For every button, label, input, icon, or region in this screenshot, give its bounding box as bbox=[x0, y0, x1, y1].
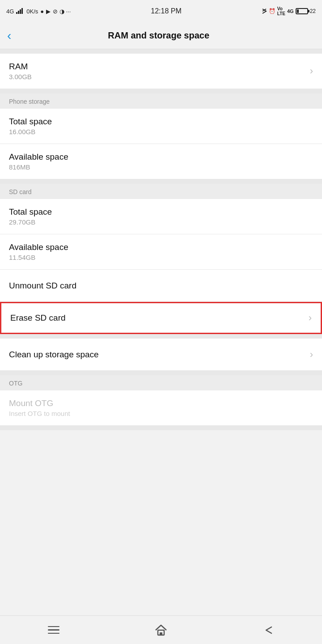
sd-total-info: Total space 29.70GB bbox=[9, 207, 52, 226]
sd-available-label: Available space bbox=[9, 242, 68, 252]
back-button[interactable]: ‹ bbox=[7, 28, 16, 44]
divider-phone bbox=[0, 89, 322, 93]
otg-mount-item: Mount OTG Insert OTG to mount bbox=[0, 390, 322, 426]
erase-label: Erase SD card bbox=[10, 313, 66, 323]
phone-storage-header: Phone storage bbox=[0, 93, 322, 109]
home-icon bbox=[155, 624, 167, 636]
divider-otg bbox=[0, 371, 322, 375]
page-title: RAM and storage space bbox=[16, 30, 301, 41]
toolbar: ‹ RAM and storage space bbox=[0, 22, 322, 49]
battery-percent: 22 bbox=[310, 8, 316, 14]
otg-header: OTG bbox=[0, 375, 322, 390]
sd-available-item[interactable]: Available space 11.54GB bbox=[0, 234, 322, 270]
network-type: 4G bbox=[6, 8, 14, 15]
otg-mount-label: Mount OTG bbox=[9, 398, 70, 408]
phone-total-value: 16.00GB bbox=[9, 128, 52, 136]
back-nav-icon bbox=[263, 624, 274, 636]
status-bar: 4G 0K/s ● ▶ ⊘ ◑ ··· 12:18 PM ⏰ VoLTE 4G … bbox=[0, 0, 322, 22]
divider-clean bbox=[0, 334, 322, 339]
divider-bottom bbox=[0, 426, 322, 430]
divider-top bbox=[0, 49, 322, 54]
sd-available-value: 11.54GB bbox=[9, 254, 68, 261]
ram-info: RAM 3.00GB bbox=[9, 62, 32, 80]
alarm-icon: ⏰ bbox=[269, 8, 275, 14]
status-left: 4G 0K/s ● ▶ ⊘ ◑ ··· bbox=[6, 8, 71, 15]
sd-total-label: Total space bbox=[9, 207, 52, 217]
nav-home-button[interactable] bbox=[143, 619, 179, 641]
nav-back-button[interactable] bbox=[250, 619, 286, 641]
sd-card-header: SD card bbox=[0, 184, 322, 199]
svg-rect-6 bbox=[160, 632, 162, 635]
otg-mount-info: Mount OTG Insert OTG to mount bbox=[9, 398, 70, 417]
phone-total-item[interactable]: Total space 16.00GB bbox=[0, 109, 322, 144]
nav-menu-button[interactable] bbox=[36, 619, 72, 641]
sd-total-item[interactable]: Total space 29.70GB bbox=[0, 199, 322, 234]
phone-available-item[interactable]: Available space 816MB bbox=[0, 144, 322, 179]
svg-rect-0 bbox=[16, 12, 17, 14]
bottom-nav bbox=[0, 615, 322, 644]
battery-fill bbox=[297, 9, 299, 13]
hamburger-icon bbox=[48, 626, 59, 634]
otg-mount-sub: Insert OTG to mount bbox=[9, 410, 70, 417]
misc-icons: ⊘ ◑ ··· bbox=[53, 8, 71, 15]
bluetooth-icon bbox=[262, 8, 267, 15]
lte-icon: 4G bbox=[287, 8, 294, 14]
sd-available-info: Available space 11.54GB bbox=[9, 242, 68, 261]
phone-available-label: Available space bbox=[9, 152, 68, 162]
cleanup-item[interactable]: Clean up storage space › bbox=[0, 339, 322, 371]
volte-icon: VoLTE bbox=[277, 6, 285, 16]
data-speed: 0K/s bbox=[26, 8, 38, 15]
cleanup-chevron: › bbox=[310, 349, 313, 360]
svg-rect-3 bbox=[21, 8, 23, 14]
battery-icon bbox=[296, 8, 308, 14]
media-icon: ▶ bbox=[46, 8, 51, 15]
whatsapp-icon: ● bbox=[40, 8, 44, 15]
unmount-label: Unmount SD card bbox=[9, 281, 76, 291]
ram-label: RAM bbox=[9, 62, 32, 72]
erase-sd-item[interactable]: Erase SD card › bbox=[0, 302, 322, 334]
divider-sd bbox=[0, 179, 322, 184]
sd-total-value: 29.70GB bbox=[9, 218, 52, 226]
ram-item[interactable]: RAM 3.00GB › bbox=[0, 54, 322, 89]
svg-rect-2 bbox=[20, 9, 21, 14]
phone-available-value: 816MB bbox=[9, 163, 68, 171]
phone-total-info: Total space 16.00GB bbox=[9, 117, 52, 136]
svg-rect-1 bbox=[18, 11, 19, 14]
phone-total-label: Total space bbox=[9, 117, 52, 127]
status-time: 12:18 PM bbox=[151, 7, 181, 15]
phone-available-info: Available space 816MB bbox=[9, 152, 68, 171]
ram-value: 3.00GB bbox=[9, 73, 32, 80]
cleanup-label: Clean up storage space bbox=[9, 350, 99, 360]
content: RAM 3.00GB › Phone storage Total space 1… bbox=[0, 49, 322, 459]
signal-bars bbox=[16, 8, 24, 15]
ram-chevron: › bbox=[310, 65, 313, 77]
status-right: ⏰ VoLTE 4G 22 bbox=[262, 6, 316, 16]
erase-chevron: › bbox=[309, 312, 312, 324]
unmount-item[interactable]: Unmount SD card bbox=[0, 270, 322, 302]
